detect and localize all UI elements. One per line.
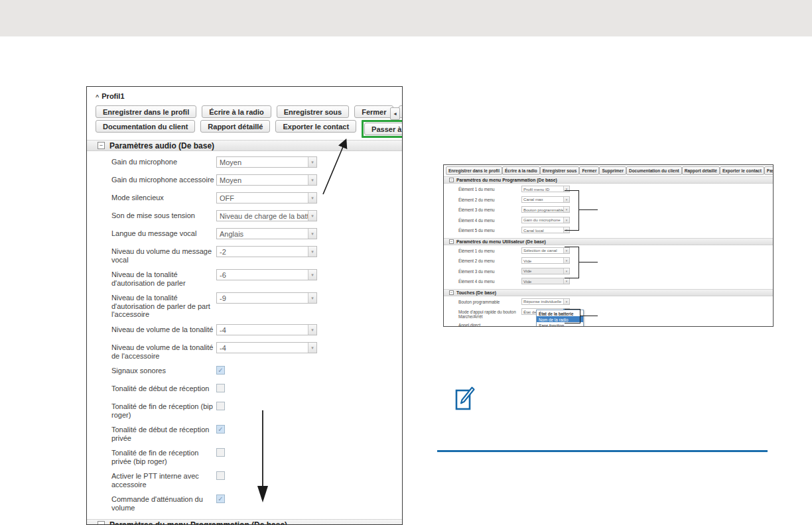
collapse-minus-icon[interactable]: −: [449, 239, 454, 244]
power-up-tone-select[interactable]: Niveau de charge de la batterie +▾: [216, 210, 317, 221]
write-to-radio-button[interactable]: Écrire à la radio: [202, 105, 271, 118]
menu-item-4-select[interactable]: Gain du microphone▾: [521, 217, 570, 223]
customer-documentation-button[interactable]: Documentation du client: [626, 166, 682, 175]
export-contact-button[interactable]: Exporter le contact: [720, 166, 764, 175]
collapse-minus-icon[interactable]: −: [449, 290, 454, 295]
user-menu-item-4-select[interactable]: Vide▾: [521, 278, 570, 284]
audible-tones-checkbox[interactable]: ✓: [216, 366, 225, 375]
field-row: Niveau de la tonalité d'autorisation de …: [111, 292, 393, 324]
field-row: Niveau de volume de la tonalité de l'acc…: [111, 342, 393, 365]
menu-item-row: Élément 4 du menuGain du microphone▾: [458, 217, 773, 225]
field-row: Langue du message vocalAnglais▾: [111, 228, 393, 246]
bracket-annotation-programming: [565, 190, 579, 231]
bracket-annotation-dropdown: [565, 309, 580, 323]
save-to-profile-button[interactable]: Enregistrer dans le profil: [96, 105, 196, 118]
chevron-down-icon[interactable]: ▾: [308, 175, 316, 185]
bracket-stub: [579, 262, 598, 262]
menu-item-row: Appel direct: [458, 321, 773, 327]
user-menu-item-1-select[interactable]: Sélection de canal▾: [521, 247, 570, 254]
toolbar-scroll-left-button[interactable]: ◄: [390, 107, 400, 120]
chevron-down-icon[interactable]: ▾: [308, 270, 316, 280]
microphone-gain-select[interactable]: Moyen▾: [216, 156, 317, 168]
tone-volume-level-select[interactable]: -4▾: [216, 324, 317, 335]
user-menu-section-header[interactable]: − Paramètres du menu Utilisateur (De bas…: [444, 238, 773, 245]
private-rx-end-tone-checkbox[interactable]: ✓: [216, 448, 225, 457]
user-menu-item-3-select[interactable]: Vide▾: [521, 268, 570, 274]
save-to-profile-button[interactable]: Enregistrer dans le profil: [446, 166, 502, 175]
programmable-button-select[interactable]: Réponse individuelle▾: [521, 298, 570, 305]
chevron-down-icon[interactable]: ▾: [308, 325, 316, 335]
private-rx-start-tone-checkbox[interactable]: ✓: [216, 425, 225, 434]
menu-item-row: Mode d'appui rapide du bouton Marche/Arr…: [458, 308, 773, 320]
programming-menu-section-header[interactable]: − Paramètres du menu Programmation (De b…: [87, 519, 402, 525]
user-menu-item-2-select[interactable]: Vide▾: [521, 257, 570, 264]
talk-permit-tone-level-select[interactable]: -6▾: [216, 269, 317, 280]
collapse-minus-icon[interactable]: −: [449, 178, 454, 182]
collapse-minus-icon[interactable]: −: [98, 521, 105, 525]
menu-item-2-select[interactable]: Canal max▾: [521, 196, 570, 203]
menu-item-3-select[interactable]: Bouton programmable▾: [521, 206, 570, 213]
delete-button[interactable]: Supprimer: [599, 166, 626, 175]
chevron-down-icon[interactable]: ▾: [563, 299, 569, 304]
field-row: Signaux sonores✓: [111, 365, 393, 383]
write-to-radio-button[interactable]: Écrire à la radio: [502, 166, 540, 175]
chevron-down-icon[interactable]: ▾: [308, 211, 316, 221]
save-as-button[interactable]: Enregistrer sous: [277, 105, 349, 118]
menu-item-5-select[interactable]: Canal local▾: [521, 227, 570, 233]
voice-message-language-select[interactable]: Anglais▾: [216, 228, 317, 239]
field-row: Tonalité de début de réception✓: [111, 383, 393, 401]
menu-item-1-select[interactable]: Profil menu ID▾: [521, 186, 570, 192]
collapse-caret-icon[interactable]: ^: [96, 93, 99, 100]
collapse-minus-icon[interactable]: −: [98, 142, 105, 149]
menu-item-row: Élément 5 du menuCanal local▾: [458, 227, 773, 235]
field-row: Niveau de la tonalité d'autorisation de …: [111, 269, 393, 292]
save-as-button[interactable]: Enregistrer sous: [540, 166, 580, 175]
mini-toolbar: Enregistrer dans le profil Écrire à la r…: [444, 165, 773, 176]
highlight-box-annotation: Passer à AVANCé: [362, 120, 403, 138]
menu-item-row: Élément 2 du menuCanal max▾: [458, 196, 773, 205]
accessory-tone-volume-select[interactable]: -4▾: [216, 342, 317, 353]
internal-ptt-accessory-checkbox[interactable]: ✓: [216, 471, 225, 480]
customer-documentation-button[interactable]: Documentation du client: [96, 120, 195, 133]
detailed-report-button[interactable]: Rapport détaillé: [682, 166, 720, 175]
bracket-annotation-user-menu: [565, 247, 579, 278]
section-divider-line: [437, 450, 768, 452]
menu-item-row: Élément 3 du menuBouton programmable▾: [458, 206, 773, 215]
silent-mode-select[interactable]: OFF▾: [216, 192, 317, 204]
volume-attenuation-checkbox[interactable]: ✓: [216, 495, 225, 503]
rx-end-tone-checkbox[interactable]: ✓: [216, 402, 225, 410]
chevron-down-icon[interactable]: ▾: [308, 157, 316, 167]
field-row: Son de mise sous tensionNiveau de charge…: [111, 210, 393, 228]
menu-item-row: Élément 1 du menuProfil menu ID▾: [458, 186, 773, 194]
audio-settings-section-header[interactable]: − Paramètres audio (De base): [87, 140, 402, 151]
buttons-section-header[interactable]: − Touches (De base): [444, 289, 773, 296]
panel-title: ^Profil1: [96, 92, 393, 100]
voice-message-volume-select[interactable]: -2▾: [216, 246, 317, 257]
bracket-stub: [579, 209, 598, 210]
rx-start-tone-checkbox[interactable]: ✓: [216, 384, 225, 392]
programming-menu-section-header[interactable]: − Paramètres du menu Programmation (De b…: [444, 176, 773, 184]
close-button[interactable]: Fermer: [579, 166, 599, 175]
bracket-stub: [580, 316, 598, 316]
chevron-down-icon[interactable]: ▾: [308, 193, 316, 203]
detailed-report-button[interactable]: Rapport détaillé: [200, 120, 270, 133]
menu-item-row: Élément 1 du menuSélection de canal▾: [458, 247, 773, 256]
menu-settings-panel: Enregistrer dans le profil Écrire à la r…: [443, 164, 774, 327]
audio-settings-form: Gain du microphoneMoyen▾ Gain du microph…: [96, 151, 393, 517]
switch-to-advanced-button[interactable]: Passer à AVANCé: [364, 123, 403, 135]
vertical-arrow-annotation: [252, 408, 273, 504]
menu-item-row: Élément 4 du menuVide▾: [458, 278, 773, 286]
accessory-mic-gain-select[interactable]: Moyen▾: [216, 174, 317, 186]
switch-to-advanced-button[interactable]: Passer à AVANCé: [764, 166, 774, 175]
accessory-talk-permit-tone-select[interactable]: -9▾: [216, 292, 317, 304]
chevron-down-icon[interactable]: ▾: [308, 293, 316, 303]
menu-item-row: Élément 2 du menuVide▾: [458, 257, 773, 266]
close-button[interactable]: Fermer: [354, 105, 393, 118]
chevron-down-icon[interactable]: ▾: [308, 247, 316, 257]
chevron-down-icon[interactable]: ▾: [308, 343, 316, 353]
diagonal-arrow-annotation: [317, 131, 354, 200]
field-row: Niveau du volume du message vocal-2▾: [111, 246, 393, 269]
chevron-down-icon[interactable]: ▾: [308, 229, 316, 239]
menu-item-row: Élément 3 du menuVide▾: [458, 268, 773, 276]
chevron-down-icon[interactable]: ▾: [563, 278, 569, 284]
